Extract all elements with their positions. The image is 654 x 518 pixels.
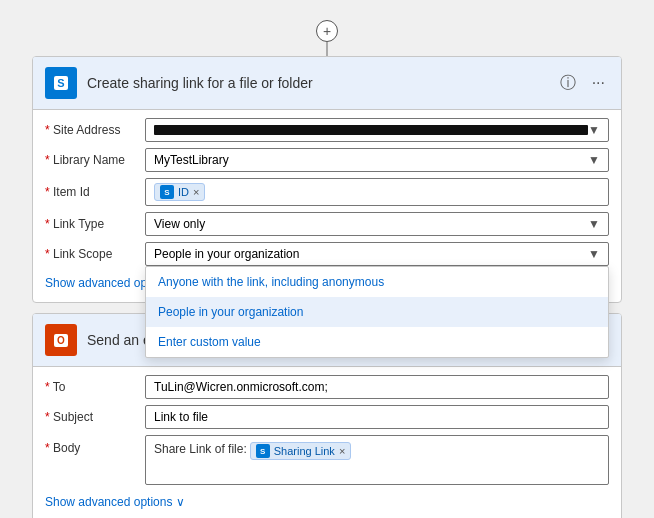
to-label: * To	[45, 380, 145, 394]
library-name-row: * Library Name MyTestLibrary ▼	[45, 148, 609, 172]
card1-header: S Create sharing link for a file or fold…	[33, 57, 621, 110]
site-address-dropdown[interactable]: ▼	[145, 118, 609, 142]
link-scope-options: Anyone with the link, including anonymou…	[145, 266, 609, 358]
library-name-value: MyTestLibrary	[154, 153, 229, 167]
item-id-label: * Item Id	[45, 185, 145, 199]
subject-value: Link to file	[154, 410, 208, 424]
body-field[interactable]: Share Link of file: S Sharing Link ×	[145, 435, 609, 485]
to-field[interactable]: TuLin@Wicren.onmicrosoft.com;	[145, 375, 609, 399]
sharing-link-token-close[interactable]: ×	[339, 445, 345, 457]
link-scope-label: * Link Scope	[45, 247, 145, 261]
card1-body: * Site Address ▼ * Library Name MyTestLi…	[33, 110, 621, 302]
card2-body: * To TuLin@Wicren.onmicrosoft.com; * Sub…	[33, 367, 621, 518]
card1-more-button[interactable]: ···	[588, 72, 609, 94]
item-id-token-icon: S	[160, 185, 174, 199]
site-address-label: * Site Address	[45, 123, 145, 137]
link-type-value: View only	[154, 217, 205, 231]
link-scope-dropdown[interactable]: People in your organization ▼	[145, 242, 609, 266]
card1-actions: ⓘ ···	[556, 71, 609, 96]
item-id-row: * Item Id S ID ×	[45, 178, 609, 206]
body-label: * Body	[45, 435, 145, 455]
library-name-dropdown[interactable]: MyTestLibrary ▼	[145, 148, 609, 172]
add-step-button[interactable]: +	[316, 20, 338, 42]
body-text-prefix: Share Link of file:	[154, 442, 247, 456]
link-type-label: * Link Type	[45, 217, 145, 231]
sharepoint-icon: S	[45, 67, 77, 99]
item-id-field[interactable]: S ID ×	[145, 178, 609, 206]
item-id-token: S ID ×	[154, 183, 205, 201]
link-type-chevron: ▼	[588, 217, 600, 231]
link-scope-row: * Link Scope People in your organization…	[45, 242, 609, 266]
to-value: TuLin@Wicren.onmicrosoft.com;	[154, 380, 328, 394]
connector-top: +	[316, 20, 338, 56]
body-row: * Body Share Link of file: S Sharing Lin…	[45, 435, 609, 485]
library-name-label: * Library Name	[45, 153, 145, 167]
site-address-value	[154, 125, 588, 135]
sharing-link-token: S Sharing Link ×	[250, 442, 352, 460]
link-scope-option-1[interactable]: Anyone with the link, including anonymou…	[146, 267, 608, 297]
card1-info-button[interactable]: ⓘ	[556, 71, 580, 96]
card1-title: Create sharing link for a file or folder	[87, 75, 556, 91]
to-row: * To TuLin@Wicren.onmicrosoft.com;	[45, 375, 609, 399]
link-scope-wrapper: People in your organization ▼ Anyone wit…	[145, 242, 609, 266]
subject-field[interactable]: Link to file	[145, 405, 609, 429]
link-scope-value: People in your organization	[154, 247, 299, 261]
site-address-row: * Site Address ▼	[45, 118, 609, 142]
link-scope-option-3[interactable]: Enter custom value	[146, 327, 608, 357]
subject-row: * Subject Link to file	[45, 405, 609, 429]
link-type-row: * Link Type View only ▼	[45, 212, 609, 236]
library-name-chevron: ▼	[588, 153, 600, 167]
card2-show-advanced[interactable]: Show advanced options ∨	[45, 491, 185, 513]
link-scope-chevron: ▼	[588, 247, 600, 261]
site-address-chevron: ▼	[588, 123, 600, 137]
link-scope-option-2[interactable]: People in your organization	[146, 297, 608, 327]
link-type-dropdown[interactable]: View only ▼	[145, 212, 609, 236]
create-sharing-link-card: S Create sharing link for a file or fold…	[32, 56, 622, 303]
connector-arrow	[326, 42, 328, 56]
item-id-token-close[interactable]: ×	[193, 186, 199, 198]
sharing-link-token-icon: S	[256, 444, 270, 458]
subject-label: * Subject	[45, 410, 145, 424]
outlook-icon: O	[45, 324, 77, 356]
